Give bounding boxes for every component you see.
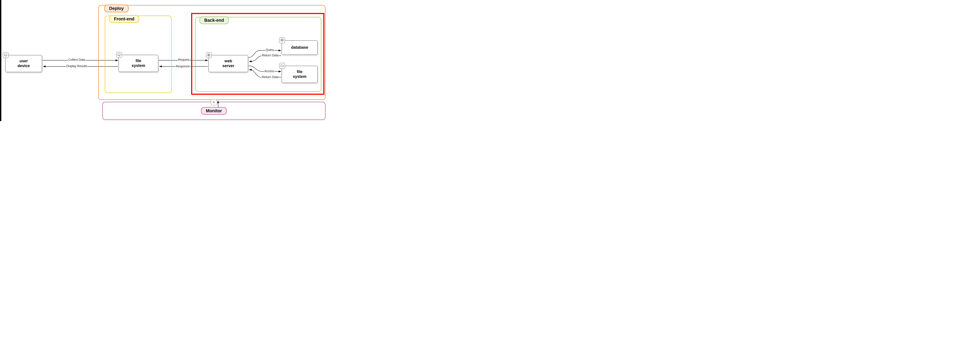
monitor-icon <box>116 52 122 58</box>
edge-label-query: Query <box>265 48 274 51</box>
group-monitor-label: Monitor <box>201 107 227 115</box>
edge-label-access: Access <box>264 69 275 73</box>
folder-icon <box>279 63 285 68</box>
node-file-system-2: file system <box>282 66 318 83</box>
edge-label-request: Request <box>178 58 190 61</box>
pulse-icon <box>211 99 217 105</box>
svg-point-11 <box>281 39 283 40</box>
group-backend-label: Back-end <box>199 16 229 24</box>
node-label: system <box>132 64 145 68</box>
group-frontend-label: Front-end <box>109 15 139 23</box>
svg-rect-5 <box>5 54 7 56</box>
node-label: file <box>135 59 141 63</box>
node-label: user <box>19 59 28 63</box>
group-deploy-label: Deploy <box>104 5 129 12</box>
node-label: server <box>222 64 234 68</box>
group-frontend: Front-end <box>105 16 172 93</box>
node-web-server: web server <box>208 55 248 72</box>
node-label: system <box>293 74 306 79</box>
database-icon <box>279 38 285 43</box>
node-label: database <box>291 45 308 49</box>
edge-label-collect-data: Collect Data <box>68 58 86 61</box>
node-label: web <box>224 59 232 63</box>
group-monitor: Monitor <box>102 102 326 120</box>
node-label: file <box>297 70 302 74</box>
svg-rect-8 <box>208 55 210 56</box>
svg-rect-7 <box>208 54 210 55</box>
edge-label-display-results: Display Results <box>66 64 88 68</box>
edge-label-return-data-db: Return Data <box>261 54 279 57</box>
server-icon <box>206 52 212 58</box>
svg-rect-6 <box>118 54 120 56</box>
monitor-icon <box>3 52 8 58</box>
node-file-system: file system <box>119 55 158 72</box>
edge-label-response: Response <box>175 64 190 68</box>
architecture-diagram: Deploy Front-end Back-end Monitor user d… <box>0 0 326 121</box>
node-user-device: user device <box>5 55 42 72</box>
svg-point-9 <box>208 54 208 54</box>
left-margin-bar <box>0 0 1 121</box>
node-label: device <box>18 64 30 68</box>
edge-label-return-data-fs: Return Data <box>261 75 279 79</box>
node-database: database <box>282 40 318 55</box>
